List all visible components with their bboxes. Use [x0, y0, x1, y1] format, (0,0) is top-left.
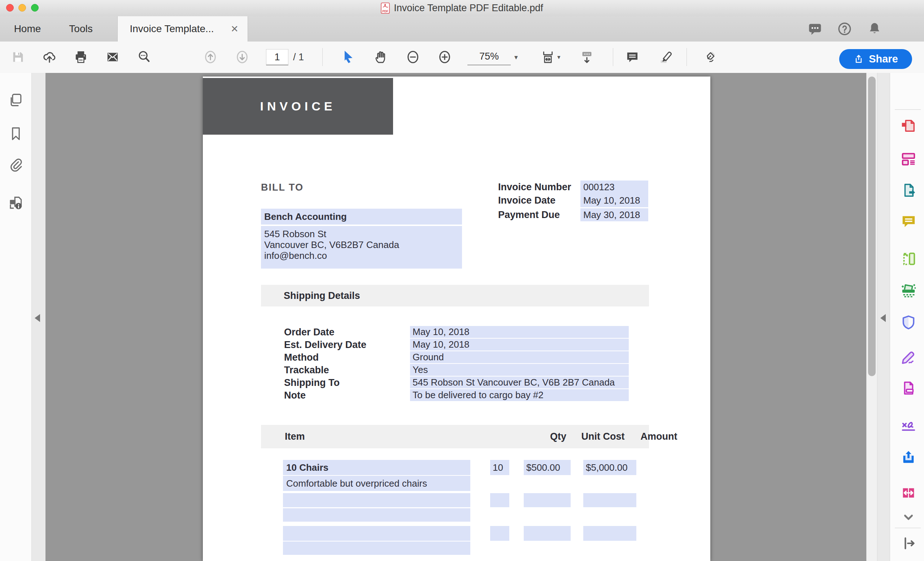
item-description-field[interactable] — [283, 542, 470, 555]
item-description-field[interactable]: Comfortable but overpriced chairs — [283, 476, 470, 491]
share-button[interactable]: Share — [839, 49, 912, 69]
item-qty-field[interactable]: 10 — [490, 460, 509, 475]
collapse-left-panel-icon[interactable] — [34, 314, 40, 322]
export-pdf-icon[interactable] — [900, 182, 917, 198]
amount-column-header: Amount — [633, 425, 685, 448]
page-total-label: / 1 — [293, 42, 304, 73]
tab-document[interactable]: Invoice Template... ✕ — [117, 16, 248, 42]
zoom-dropdown-caret-icon[interactable]: ▾ — [514, 42, 518, 73]
fill-sign-icon[interactable] — [900, 348, 917, 365]
payment-due-label: Payment Due — [498, 208, 560, 221]
bill-to-name-field[interactable]: Bench Accounting — [261, 208, 462, 225]
method-field[interactable]: Ground — [410, 351, 629, 363]
bookmarks-icon[interactable] — [8, 126, 24, 141]
item-qty-field[interactable] — [490, 526, 509, 541]
fit-width-icon[interactable] — [541, 50, 555, 64]
compress-pdf-icon[interactable] — [900, 484, 917, 500]
window-title: Invoice Template PDF Editable.pdf — [394, 3, 543, 14]
zoom-level-value[interactable]: 75% — [467, 42, 511, 72]
vertical-scrollbar[interactable] — [866, 73, 878, 561]
create-pdf-icon[interactable] — [900, 117, 917, 134]
hand-tool-icon[interactable] — [374, 50, 388, 64]
order-date-field[interactable]: May 10, 2018 — [410, 326, 629, 338]
search-icon[interactable] — [137, 50, 152, 64]
invoice-date-field[interactable]: May 10, 2018 — [580, 194, 648, 207]
tab-close-icon[interactable]: ✕ — [226, 16, 243, 42]
tab-tools[interactable]: Tools — [61, 16, 101, 42]
select-tool-icon[interactable] — [342, 50, 354, 64]
fit-options-caret-icon[interactable]: ▾ — [557, 42, 561, 73]
scrolling-mode-icon[interactable] — [580, 50, 594, 64]
est-delivery-date-label: Est. Delivery Date — [284, 339, 366, 351]
method-label: Method — [284, 351, 319, 363]
more-tools-chevron-icon[interactable] — [900, 509, 917, 526]
document-info-icon[interactable] — [8, 195, 24, 211]
share-icon — [853, 54, 864, 64]
notifications-bell-icon[interactable] — [867, 21, 882, 37]
pdf-file-icon: PDF — [381, 3, 390, 14]
comment-icon[interactable] — [625, 50, 640, 64]
invoice-title-banner: INVOICE — [203, 78, 393, 135]
item-unit-cost-field[interactable] — [524, 526, 571, 541]
trackable-field[interactable]: Yes — [410, 364, 629, 376]
send-for-comments-icon[interactable] — [900, 449, 917, 466]
highlight-icon[interactable] — [658, 50, 673, 64]
share-button-label: Share — [869, 53, 898, 65]
enhance-scans-icon[interactable] — [900, 282, 917, 299]
sign-pen-icon[interactable] — [702, 50, 717, 64]
collapse-right-panel-icon[interactable] — [880, 314, 886, 322]
shipping-to-field[interactable]: 545 Robson St Vancouver BC, V6B 2B7 Cana… — [410, 376, 629, 388]
bill-to-address-field[interactable]: 545 Robson St Vancouver BC, V6B2B7 Canad… — [261, 226, 462, 268]
invoice-number-field[interactable]: 000123 — [580, 180, 648, 194]
page-thumbnails-icon[interactable] — [8, 92, 24, 108]
print-icon[interactable] — [74, 50, 88, 64]
bill-to-address-line: 545 Robson St — [264, 228, 462, 239]
note-label: Note — [284, 389, 306, 401]
shipping-to-label: Shipping To — [284, 376, 340, 389]
pdf-badge-text: PDF — [382, 9, 388, 13]
bill-to-label: BILL TO — [261, 182, 303, 193]
request-signatures-icon[interactable] — [900, 416, 917, 432]
zoom-in-icon[interactable] — [438, 50, 452, 64]
item-description-field[interactable] — [283, 508, 470, 522]
tab-document-label: Invoice Template... — [118, 16, 226, 42]
feedback-chat-icon[interactable] — [807, 21, 823, 37]
tab-home[interactable]: Home — [9, 16, 46, 42]
help-icon[interactable] — [837, 21, 852, 37]
item-name-field[interactable] — [283, 526, 470, 541]
email-icon[interactable] — [105, 50, 120, 64]
item-amount-field[interactable] — [583, 526, 636, 541]
page-number-input[interactable]: 1 — [266, 49, 288, 65]
item-unit-cost-field[interactable]: $500.00 — [524, 460, 571, 475]
items-table-header: Item Qty Unit Cost Amount — [261, 425, 649, 448]
item-name-field[interactable]: 10 Chairs — [283, 460, 470, 475]
note-field[interactable]: To be delivered to cargo bay #2 — [410, 389, 629, 401]
item-qty-field[interactable] — [490, 493, 509, 507]
document-viewport[interactable]: INVOICE BILL TO Bench Accounting 545 Rob… — [45, 73, 866, 561]
cloud-upload-icon[interactable] — [42, 50, 57, 64]
item-amount-field[interactable]: $5,000.00 — [583, 460, 636, 475]
payment-due-field[interactable]: May 30, 2018 — [580, 208, 648, 221]
scrollbar-thumb[interactable] — [868, 76, 876, 376]
est-delivery-date-field[interactable]: May 10, 2018 — [410, 339, 629, 351]
prepare-form-icon[interactable] — [900, 380, 917, 396]
combine-files-icon[interactable] — [900, 150, 917, 167]
left-panel-splitter[interactable] — [32, 73, 45, 561]
bill-to-address-line: info@bench.co — [264, 250, 462, 261]
main-toolbar: 1 / 1 75% ▾ ▾ — [0, 42, 924, 74]
item-unit-cost-field[interactable] — [524, 493, 571, 507]
right-panel-splitter[interactable] — [878, 73, 890, 561]
item-name-field[interactable] — [283, 493, 470, 507]
collapse-tools-pane-icon[interactable] — [900, 535, 917, 552]
item-column-header: Item — [285, 425, 305, 448]
previous-page-icon — [203, 50, 218, 64]
item-amount-field[interactable] — [583, 493, 636, 507]
qty-column-header: Qty — [544, 425, 572, 448]
organize-pages-icon[interactable] — [900, 250, 917, 267]
attachments-icon[interactable] — [8, 158, 24, 173]
comment-tool-icon[interactable] — [900, 213, 917, 230]
zoom-out-icon[interactable] — [406, 50, 420, 64]
tab-bar: Home Tools Invoice Template... ✕ — [0, 16, 924, 42]
protect-icon[interactable] — [900, 314, 917, 331]
shipping-details-band: Shipping Details — [261, 285, 649, 306]
